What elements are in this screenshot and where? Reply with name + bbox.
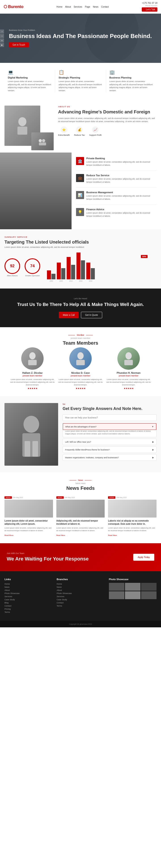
bar-red-3 [76,252,80,279]
chart-col-3: 2020 [76,252,85,282]
footer-branch-6[interactable]: Contact [57,601,104,604]
service-list-title-0: Private Banking [86,157,157,160]
faq-question-1[interactable]: Left: Will our office near you? ▶ [63,439,156,445]
benefit-2: 📈 Support Profit [89,126,101,136]
team-member-1: Nicolas D. Case present team member Lore… [58,347,103,390]
footer-link-1[interactable]: News [4,586,52,588]
faq-question-2[interactable]: Frequently Skillet WordPress theme for b… [63,447,156,453]
nav-news[interactable]: News [93,6,98,8]
hero-cta-button[interactable]: Get In Touch [9,42,29,48]
footer-link-2[interactable]: About [4,589,52,591]
nav-about[interactable]: About [65,6,71,8]
faq-title: Get Every Single Answers And Note Here. [63,406,157,411]
news-img-2 [108,500,157,518]
footer-link-9[interactable]: Terms [4,611,52,613]
footer-photos-title: Photo Showcase [109,578,157,581]
faq-illustration [18,412,45,457]
faq-question-0[interactable]: What are the advantages of taxes? ▼ [63,423,156,430]
news-grid: NEWS 24th May 2023 Lorem ipsum dolor sit… [4,496,157,536]
logo[interactable]: ⬡ Burento [4,4,24,9]
faq-question-3[interactable]: Masters organizations: institutes, compa… [63,455,156,461]
stats-title: Targeting The Listed Unelected officials [4,240,157,245]
footer-link-3[interactable]: Photo Showcase [4,592,52,594]
footer-link-5[interactable]: Case Study [4,598,52,601]
footer-link-7[interactable]: Contact [4,605,52,607]
photo-thumb-2 [141,583,157,591]
service-business-planning: 🏢 Business Planning Lorem ipsum dolor si… [106,69,157,92]
nav-services[interactable]: Services [73,6,82,8]
footer-link-8[interactable]: Pricing [4,608,52,610]
nav-page[interactable]: Page [85,6,90,8]
facebook-icon[interactable]: f [0,30,4,34]
cta-dark-subtitle: Let's Be Heard [4,298,157,300]
footer-branch-2[interactable]: About [57,589,104,591]
faq-search-input[interactable] [63,414,157,421]
service-list-title-3: Finance Advice [86,208,157,211]
news-card-1: NEWS 24th May 2023 Adipiscing elit, sed … [56,496,105,536]
benefit-label-2: Support Profit [89,134,101,136]
footer-bottom: Copyright @ glowmasa 2023 [0,621,161,627]
bar-red-4 [86,262,90,279]
get-in-quote-button[interactable]: Get In Quote [81,312,102,318]
service-business-mgmt: 📊 Business Management Lorem ipsum dolor … [76,191,157,205]
read-more-2[interactable]: Read More [108,534,117,536]
read-more-1[interactable]: Read More [56,534,65,536]
private-banking-icon: 🏦 [76,157,84,165]
footer-grid: Links Home News About Photo Showcase Ser… [4,578,157,614]
bar-dark-2 [71,265,75,279]
footer-link-0[interactable]: Home [4,583,52,585]
footer-branch-1[interactable]: News [57,586,104,588]
footer-links-title: Links [4,578,52,581]
read-more-0[interactable]: Read More [4,534,13,536]
faq-section: No Get Every Single Answers And Note Her… [0,396,161,472]
logo-text: Burento [8,4,24,9]
about-section: About Us Advancing Regime's Domestic and… [0,99,161,153]
svg-point-2 [39,139,42,142]
team-member-2: Phundon H. Norman present team member Lo… [106,347,151,390]
footer-link-4[interactable]: Services [4,595,52,598]
bar-dark-3 [81,260,85,279]
footer-branch-5[interactable]: Case Study [57,598,104,601]
benefit-0: ⭐ Extra Benefit [58,126,70,136]
talk-btn[interactable]: Let's Talk [142,7,157,12]
benefits: ⭐ Extra Benefit 💰 Reduce Tax 📈 Support P… [58,126,157,136]
footer-branch-0[interactable]: Home [57,583,104,585]
photo-thumb-5 [141,591,157,599]
faq-tag: No [63,403,157,405]
make-call-button[interactable]: Make a Call [59,312,79,318]
footer-link-6[interactable]: Blog [4,601,52,604]
news-tag-1: NEWS [56,496,64,499]
chart-year-2: 2010 [69,280,73,282]
digital-marketing-icon: 💻 [8,69,52,75]
news-pre-text: latest news [4,482,157,485]
nav-home[interactable]: Home [57,6,63,8]
member-stars-0: ★★★★★ [10,387,55,390]
stat-1: 74 Donation Sponsored [25,258,40,276]
team-member-0: Hallam Z. Dicolaz present team member Lo… [10,347,55,390]
footer-branches-col: Branches Home News About Photo Showcase … [57,578,104,614]
youtube-icon[interactable]: ▶ [0,43,4,47]
stats-text: Lorem ipsum dolor sit amet, consectetur … [4,246,157,248]
hero-content: Business Grow Your Problem Business Idea… [9,29,152,48]
svg-point-3 [42,139,45,142]
footer-branch-3[interactable]: Photo Showcase [57,592,104,594]
stats-numbers: 92 Affairs Advisors 74 Donation Sponsore… [4,258,40,276]
footer-branches-title: Branches [57,578,104,581]
nav-contact[interactable]: Contact [101,6,109,8]
twitter-icon[interactable]: t [0,34,4,38]
footer-branch-4[interactable]: Services [57,595,104,598]
service-list-title-2: Business Management [86,191,157,194]
news-divider: News [4,479,157,481]
stats-chart: 50% 1990 2000 2010 [47,253,157,282]
member-photo-2 [118,347,140,370]
member-role-1: present team member [58,375,103,377]
apply-today-button[interactable]: Apply Today [133,554,154,561]
finance-advice-icon: 💡 [76,208,84,216]
linkedin-icon[interactable]: in [0,38,4,42]
member-photo-1 [69,347,92,370]
member-name-0: Hallam Z. Dicolaz [10,371,55,374]
footer-branch-7[interactable]: Terms [57,605,104,607]
chart-year-0: 1990 [50,280,53,282]
stat-label-0: Affairs Advisors [7,275,18,276]
stats-section: Summary Service Targeting The Listed Une… [0,229,161,288]
